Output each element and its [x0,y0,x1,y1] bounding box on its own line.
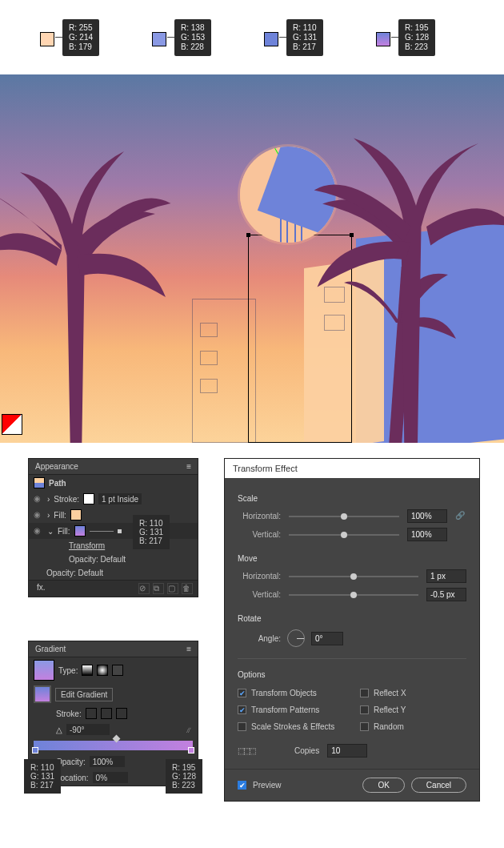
palm-left [0,131,176,443]
scale-strokes-checkbox[interactable] [238,722,246,731]
angle-dial[interactable] [287,629,305,647]
artboard-canvas[interactable] [0,74,504,443]
edit-gradient-button[interactable]: Edit Gradient [55,688,113,701]
palm-right [312,123,504,443]
swatch-chip[interactable] [152,32,166,46]
transform-patterns-checkbox[interactable] [238,705,246,714]
angle-label: Angle: [238,634,281,643]
rgb-readout: R: 195 G: 128 B: 223 [398,19,435,56]
swatch-chip[interactable] [40,32,54,46]
fill-label: Fill: [58,527,70,536]
type-label: Type: [58,666,78,675]
random-checkbox[interactable] [360,722,369,731]
top-swatch-row: R: 255 G: 214 B: 179 R: 138 G: 153 B: 22… [0,16,504,56]
gradient-preview[interactable] [34,660,54,681]
duplicate-icon[interactable]: ⧉ [153,583,164,594]
scale-section: Scale [238,494,466,503]
wireframe-window [200,323,218,337]
scale-h-slider[interactable] [289,516,399,517]
link-icon[interactable]: 🔗 [455,511,466,522]
scale-v-slider[interactable] [289,534,399,536]
horizontal-label: Horizontal: [238,572,281,581]
dialog-title: Transform Effect [225,459,479,478]
stroke-type-icon[interactable] [101,708,112,719]
swatch-chip[interactable] [264,32,278,46]
fill-gradient-swatch[interactable] [74,525,86,537]
wireframe-window [200,379,218,393]
rgb-readout: R: 110 G: 131 B: 217 [286,19,323,56]
stroke-type-icon[interactable] [86,708,97,719]
preview-checkbox[interactable] [238,781,246,790]
scale-h-field[interactable]: 100% [407,509,447,523]
cancel-button[interactable]: Cancel [411,778,466,793]
move-section: Move [238,554,466,563]
fill-stroke-indicator[interactable] [2,414,22,435]
preview-label: Preview [253,781,282,790]
transform-effect-dialog[interactable]: Transform Effect Scale Horizontal: 100% … [224,458,480,802]
rotate-section: Rotate [238,614,466,623]
visibility-icon[interactable]: ◉ [34,494,43,504]
ok-button[interactable]: OK [362,778,404,793]
copies-field[interactable]: 10 [327,744,367,758]
clear-icon[interactable]: ⊘ [138,583,150,594]
reflect-y-checkbox[interactable] [360,705,369,714]
options-section: Options [238,670,466,679]
opacity-row[interactable]: Opacity: Default [69,555,126,564]
rgb-tooltip: R: 195 G: 128 B: 223 [166,759,202,794]
gradient-panel[interactable]: Gradient≡ Type: Edit Gradient Stroke: △ … [28,641,198,786]
visibility-icon[interactable]: ◉ [34,510,43,520]
panel-title: Gradient [35,645,66,653]
swatch-chip[interactable] [376,32,390,46]
gradient-fill-swatch[interactable] [34,685,51,703]
transform-objects-checkbox[interactable] [238,689,246,697]
location-label: Location: [56,774,89,782]
stroke-label: Stroke: [56,709,82,718]
opacity-field[interactable]: 100% [90,756,125,767]
angle-field[interactable]: 0° [311,632,343,645]
rgb-readout: R: 255 G: 214 B: 179 [62,19,99,56]
move-v-slider[interactable] [289,594,418,596]
angle-field[interactable]: -90° [66,724,110,735]
appearance-panel[interactable]: Appearance≡ Path ◉ › Stroke: 1 pt Inside… [28,458,198,597]
move-h-field[interactable]: 1 px [426,569,466,583]
gradient-stop-left[interactable] [32,747,38,754]
angle-icon: △ [56,725,62,734]
type-radial-icon[interactable] [97,665,108,676]
visibility-icon[interactable]: ◉ [34,526,43,536]
rgb-tooltip: R: 110 G: 131 B: 217 [133,515,170,549]
anchor-grid-icon[interactable]: ⬚⬚⬚ [238,746,254,755]
type-linear-icon[interactable] [82,665,93,676]
type-freeform-icon[interactable] [112,665,123,676]
fill-swatch[interactable] [70,509,82,520]
stroke-swatch[interactable] [83,493,94,504]
reflect-x-checkbox[interactable] [360,689,369,697]
scale-v-field[interactable]: 100% [407,528,447,541]
object-thumbnail [34,477,45,488]
gradient-slider[interactable] [34,741,193,750]
wireframe-window [200,351,218,365]
delete-icon[interactable]: 🗑 [182,583,193,594]
fx-menu[interactable]: fx. [34,583,46,594]
panel-title: Appearance [35,462,78,471]
rgb-tooltip: R: 110 G: 131 B: 217 [24,759,61,794]
opacity-row[interactable]: Opacity: Default [34,569,103,577]
transform-effect-link[interactable]: Transform [69,541,105,550]
vertical-label: Vertical: [238,530,281,539]
new-icon[interactable]: ▢ [167,583,178,594]
move-v-field[interactable]: -0.5 px [426,588,466,601]
gradient-stop-right[interactable] [188,747,194,754]
fill-label: Fill: [54,511,66,520]
copies-label: Copies [294,746,319,755]
object-type: Path [49,479,66,488]
move-h-slider[interactable] [289,576,418,577]
rgb-readout: R: 138 G: 153 B: 228 [174,19,211,56]
stroke-label: Stroke: [54,495,79,504]
stroke-value[interactable]: 1 pt Inside [98,493,142,504]
vertical-label: Vertical: [238,590,281,599]
stroke-type-icon[interactable] [116,708,127,719]
wireframe-building [192,299,256,443]
location-field[interactable]: 0% [93,772,128,783]
horizontal-label: Horizontal: [238,512,281,520]
